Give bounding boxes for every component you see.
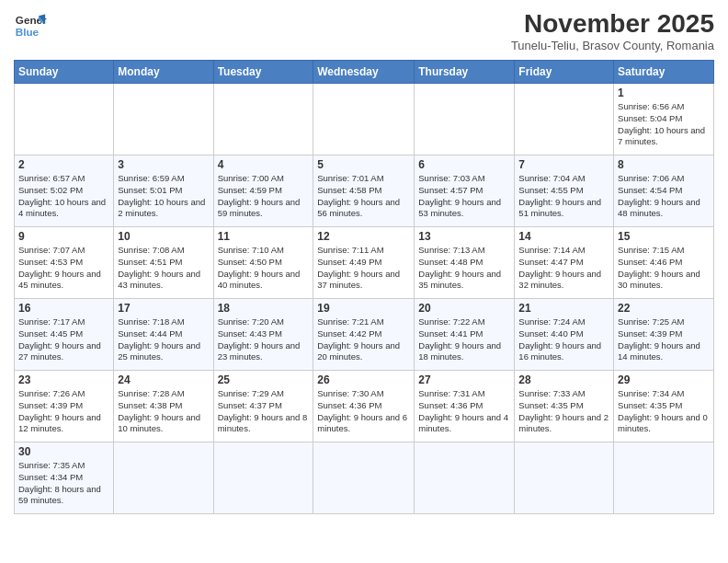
day-number: 19: [317, 302, 410, 315]
day-info: Sunrise: 7:06 AM Sunset: 4:54 PM Dayligh…: [618, 173, 710, 220]
day-info: Sunrise: 7:26 AM Sunset: 4:39 PM Dayligh…: [18, 388, 109, 435]
col-sunday: Sunday: [15, 61, 114, 84]
calendar-header-row: Sunday Monday Tuesday Wednesday Thursday…: [15, 61, 714, 84]
day-info: Sunrise: 7:28 AM Sunset: 4:38 PM Dayligh…: [118, 388, 209, 435]
day-info: Sunrise: 7:10 AM Sunset: 4:50 PM Dayligh…: [218, 245, 310, 292]
day-number: 17: [118, 302, 209, 315]
title-section: November 2025 Tunelu-Teliu, Brasov Count…: [511, 9, 714, 52]
day-info: Sunrise: 7:22 AM Sunset: 4:41 PM Dayligh…: [418, 316, 510, 363]
day-number: 28: [518, 373, 609, 386]
table-row: [114, 442, 213, 514]
header: General Blue November 2025 Tunelu-Teliu,…: [14, 9, 714, 52]
day-info: Sunrise: 7:14 AM Sunset: 4:47 PM Dayligh…: [518, 245, 609, 292]
day-info: Sunrise: 7:13 AM Sunset: 4:48 PM Dayligh…: [418, 245, 510, 292]
day-info: Sunrise: 7:18 AM Sunset: 4:44 PM Dayligh…: [118, 316, 209, 363]
day-number: 16: [18, 302, 109, 315]
logo: General Blue: [14, 9, 47, 42]
table-row: 20Sunrise: 7:22 AM Sunset: 4:41 PM Dayli…: [415, 299, 515, 371]
day-info: Sunrise: 7:00 AM Sunset: 4:59 PM Dayligh…: [218, 173, 310, 220]
table-row: 11Sunrise: 7:10 AM Sunset: 4:50 PM Dayli…: [213, 227, 313, 299]
day-info: Sunrise: 6:56 AM Sunset: 5:04 PM Dayligh…: [618, 101, 710, 148]
col-saturday: Saturday: [614, 61, 714, 84]
day-info: Sunrise: 7:04 AM Sunset: 4:55 PM Dayligh…: [518, 173, 609, 220]
table-row: 6Sunrise: 7:03 AM Sunset: 4:57 PM Daylig…: [415, 155, 515, 227]
calendar-week-row: 30Sunrise: 7:35 AM Sunset: 4:34 PM Dayli…: [15, 442, 714, 514]
table-row: 5Sunrise: 7:01 AM Sunset: 4:58 PM Daylig…: [313, 155, 415, 227]
calendar-week-row: 9Sunrise: 7:07 AM Sunset: 4:53 PM Daylig…: [15, 227, 714, 299]
day-info: Sunrise: 7:34 AM Sunset: 4:35 PM Dayligh…: [618, 388, 710, 435]
day-number: 27: [418, 373, 510, 386]
table-row: 12Sunrise: 7:11 AM Sunset: 4:49 PM Dayli…: [313, 227, 415, 299]
table-row: [213, 84, 313, 155]
month-title: November 2025: [511, 9, 714, 39]
day-info: Sunrise: 7:25 AM Sunset: 4:39 PM Dayligh…: [618, 316, 710, 363]
day-info: Sunrise: 7:33 AM Sunset: 4:35 PM Dayligh…: [518, 388, 609, 435]
calendar-week-row: 16Sunrise: 7:17 AM Sunset: 4:45 PM Dayli…: [15, 299, 714, 371]
day-number: 6: [418, 158, 510, 171]
subtitle: Tunelu-Teliu, Brasov County, Romania: [511, 39, 714, 52]
table-row: 10Sunrise: 7:08 AM Sunset: 4:51 PM Dayli…: [114, 227, 213, 299]
table-row: 24Sunrise: 7:28 AM Sunset: 4:38 PM Dayli…: [114, 371, 213, 442]
day-info: Sunrise: 7:31 AM Sunset: 4:36 PM Dayligh…: [418, 388, 510, 435]
logo-icon: General Blue: [14, 9, 47, 42]
day-number: 2: [18, 158, 109, 171]
table-row: 14Sunrise: 7:14 AM Sunset: 4:47 PM Dayli…: [515, 227, 614, 299]
day-number: 21: [518, 302, 609, 315]
day-info: Sunrise: 7:20 AM Sunset: 4:43 PM Dayligh…: [218, 316, 310, 363]
day-number: 8: [618, 158, 710, 171]
day-number: 24: [118, 373, 209, 386]
day-number: 22: [618, 302, 710, 315]
table-row: 9Sunrise: 7:07 AM Sunset: 4:53 PM Daylig…: [15, 227, 114, 299]
day-info: Sunrise: 7:15 AM Sunset: 4:46 PM Dayligh…: [618, 245, 710, 292]
table-row: 13Sunrise: 7:13 AM Sunset: 4:48 PM Dayli…: [415, 227, 515, 299]
page: General Blue November 2025 Tunelu-Teliu,…: [0, 0, 728, 563]
day-number: 29: [618, 373, 710, 386]
table-row: 27Sunrise: 7:31 AM Sunset: 4:36 PM Dayli…: [415, 371, 515, 442]
day-info: Sunrise: 7:03 AM Sunset: 4:57 PM Dayligh…: [418, 173, 510, 220]
table-row: 25Sunrise: 7:29 AM Sunset: 4:37 PM Dayli…: [213, 371, 313, 442]
day-number: 1: [618, 86, 710, 99]
day-number: 20: [418, 302, 510, 315]
table-row: [515, 442, 614, 514]
table-row: 29Sunrise: 7:34 AM Sunset: 4:35 PM Dayli…: [614, 371, 714, 442]
table-row: [313, 84, 415, 155]
table-row: [515, 84, 614, 155]
table-row: [415, 84, 515, 155]
table-row: 3Sunrise: 6:59 AM Sunset: 5:01 PM Daylig…: [114, 155, 213, 227]
table-row: 23Sunrise: 7:26 AM Sunset: 4:39 PM Dayli…: [15, 371, 114, 442]
day-number: 9: [18, 230, 109, 243]
day-number: 11: [218, 230, 310, 243]
day-info: Sunrise: 6:59 AM Sunset: 5:01 PM Dayligh…: [118, 173, 209, 220]
table-row: [313, 442, 415, 514]
day-number: 5: [317, 158, 410, 171]
table-row: 30Sunrise: 7:35 AM Sunset: 4:34 PM Dayli…: [15, 442, 114, 514]
day-number: 3: [118, 158, 209, 171]
table-row: 16Sunrise: 7:17 AM Sunset: 4:45 PM Dayli…: [15, 299, 114, 371]
table-row: 21Sunrise: 7:24 AM Sunset: 4:40 PM Dayli…: [515, 299, 614, 371]
day-info: Sunrise: 7:17 AM Sunset: 4:45 PM Dayligh…: [18, 316, 109, 363]
table-row: 1Sunrise: 6:56 AM Sunset: 5:04 PM Daylig…: [614, 84, 714, 155]
day-info: Sunrise: 7:24 AM Sunset: 4:40 PM Dayligh…: [518, 316, 609, 363]
table-row: 19Sunrise: 7:21 AM Sunset: 4:42 PM Dayli…: [313, 299, 415, 371]
day-info: Sunrise: 7:29 AM Sunset: 4:37 PM Dayligh…: [218, 388, 310, 435]
day-info: Sunrise: 7:35 AM Sunset: 4:34 PM Dayligh…: [18, 460, 109, 507]
day-number: 18: [218, 302, 310, 315]
col-thursday: Thursday: [415, 61, 515, 84]
day-info: Sunrise: 7:08 AM Sunset: 4:51 PM Dayligh…: [118, 245, 209, 292]
col-friday: Friday: [515, 61, 614, 84]
table-row: 8Sunrise: 7:06 AM Sunset: 4:54 PM Daylig…: [614, 155, 714, 227]
day-number: 25: [218, 373, 310, 386]
table-row: [114, 84, 213, 155]
table-row: 17Sunrise: 7:18 AM Sunset: 4:44 PM Dayli…: [114, 299, 213, 371]
calendar-week-row: 23Sunrise: 7:26 AM Sunset: 4:39 PM Dayli…: [15, 371, 714, 442]
table-row: [415, 442, 515, 514]
day-info: Sunrise: 7:30 AM Sunset: 4:36 PM Dayligh…: [317, 388, 410, 435]
table-row: 22Sunrise: 7:25 AM Sunset: 4:39 PM Dayli…: [614, 299, 714, 371]
calendar: Sunday Monday Tuesday Wednesday Thursday…: [14, 60, 714, 514]
table-row: [15, 84, 114, 155]
day-number: 15: [618, 230, 710, 243]
table-row: 28Sunrise: 7:33 AM Sunset: 4:35 PM Dayli…: [515, 371, 614, 442]
calendar-week-row: 1Sunrise: 6:56 AM Sunset: 5:04 PM Daylig…: [15, 84, 714, 155]
day-info: Sunrise: 6:57 AM Sunset: 5:02 PM Dayligh…: [18, 173, 109, 220]
table-row: 2Sunrise: 6:57 AM Sunset: 5:02 PM Daylig…: [15, 155, 114, 227]
